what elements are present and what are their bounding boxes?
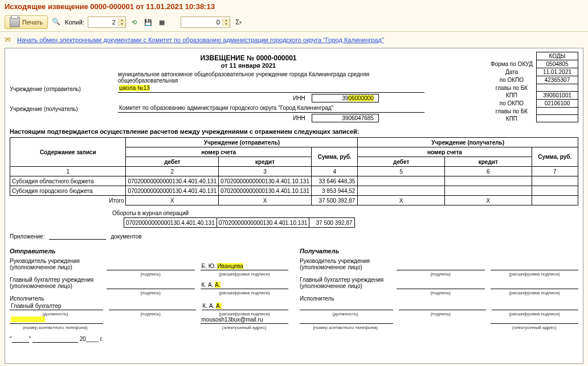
recipient-name: Комитет по образованию администрации гор… <box>118 105 424 113</box>
sender-signatures: Отправитель Руководитель учреждения(упол… <box>10 245 288 343</box>
toolbar: Печать Копий: ▲▼ ⟲ 💾 ▦ ▲▼ <box>0 14 588 32</box>
copies-arrows[interactable]: ▲▼ <box>118 18 125 26</box>
window-title: Исходящее извещение 0000-000001 от 11.01… <box>0 0 588 14</box>
itogo-row: Итого ХХ 37 500 392,87 ХХ <box>10 196 578 205</box>
sender-name-line1: муниципальное автономное общеобразовател… <box>118 71 424 84</box>
page-spinner[interactable]: ▲▼ <box>181 17 230 28</box>
table-row: Субсидия областного бюджета 070200000000… <box>10 176 578 186</box>
oboroty-label: Обороты в журнал операций <box>112 210 578 216</box>
accounting-grid: Содержание записи Учреждение (отправител… <box>10 137 578 205</box>
oboroty-grid: 07020000000000130.4.401.40.131 070200000… <box>124 217 355 228</box>
kody-header: КОДЫ <box>537 52 578 60</box>
exchange-link[interactable]: Начать обмен электронными документами с … <box>17 36 384 43</box>
attachment-row: Приложение: документов <box>10 232 578 240</box>
sender-name-line2: школа №13 <box>118 85 424 93</box>
kody-table: КОДЫ Форма по ОКУД0504805 Дата11.01.2021… <box>487 52 578 122</box>
sender-inn-value: 3906000000 <box>312 94 379 102</box>
palette-icon[interactable]: ▦ <box>157 17 167 27</box>
print-label: Печать <box>22 19 43 26</box>
printer-icon <box>10 17 20 27</box>
page-input[interactable] <box>181 18 222 27</box>
save-icon[interactable]: 💾 <box>143 17 153 27</box>
print-button[interactable]: Печать <box>5 15 48 29</box>
recipient-inn-value: 3906047685 <box>312 114 379 122</box>
copies-spinner[interactable]: ▲▼ <box>88 17 126 28</box>
copies-input[interactable] <box>88 18 118 27</box>
confirmation-text: Настоящим подтверждается осуществление р… <box>10 128 578 135</box>
page-arrows[interactable]: ▲▼ <box>222 18 230 26</box>
table-row: Субсидия городского бюджета 070200000000… <box>10 186 578 196</box>
sender-inn-label: ИНН <box>293 95 305 101</box>
recipient-signatures: Получатель Руководитель учреждения(уполн… <box>300 245 578 343</box>
recipient-label: Учреждение (получатель) <box>10 106 118 113</box>
refresh-icon[interactable]: ⟲ <box>129 17 140 27</box>
magnifier-icon[interactable] <box>51 17 62 27</box>
recipient-inn-label: ИНН <box>293 115 305 121</box>
copies-label: Копий: <box>65 19 84 26</box>
envelope-icon <box>5 35 14 44</box>
document-body: КОДЫ Форма по ОКУД0504805 Дата11.01.2021… <box>5 48 583 364</box>
exchange-link-row: Начать обмен электронными документами с … <box>0 32 588 47</box>
sigma-button[interactable] <box>234 17 244 27</box>
sender-label: Учреждение (отправитель) <box>10 86 118 93</box>
